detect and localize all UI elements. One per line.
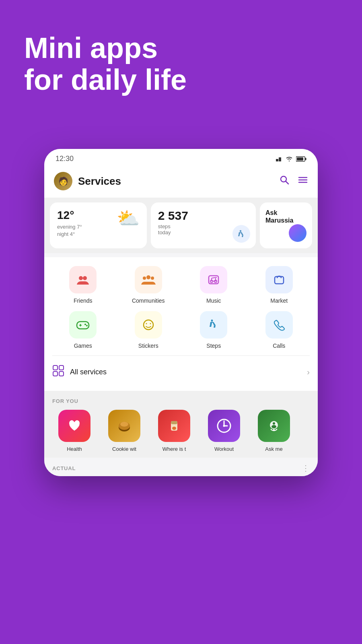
communities-icon <box>135 266 162 293</box>
where-icon <box>158 410 190 442</box>
cookie-icon <box>108 410 140 442</box>
svg-rect-3 <box>305 158 306 160</box>
service-friends[interactable]: Friends <box>52 266 114 304</box>
app-where[interactable]: Where is t <box>152 410 196 452</box>
svg-line-18 <box>213 281 217 281</box>
app-askme[interactable]: Ask me <box>252 410 296 452</box>
svg-point-12 <box>143 277 146 280</box>
svg-point-10 <box>79 276 83 280</box>
service-steps[interactable]: Steps <box>183 311 245 349</box>
svg-point-26 <box>84 324 86 325</box>
svg-point-29 <box>146 323 147 324</box>
svg-point-46 <box>273 429 275 431</box>
friends-icon <box>69 266 97 293</box>
status-time: 12:30 <box>56 155 74 163</box>
actual-dots-icon[interactable]: ⋮ <box>302 463 310 473</box>
svg-point-27 <box>86 325 88 326</box>
ask-label: Ask Marussia <box>265 209 306 224</box>
hero-title: Mini apps for daily life <box>24 32 338 96</box>
services-grid-row1: Friends Communities <box>52 266 310 304</box>
service-communities[interactable]: Communities <box>118 266 179 304</box>
communities-label: Communities <box>132 297 165 304</box>
calls-label: Calls <box>273 343 285 349</box>
all-services-left: All services <box>52 365 107 380</box>
askme-icon <box>258 410 290 442</box>
askme-label: Ask me <box>265 446 282 452</box>
weather-icon: ⛅ <box>117 207 140 229</box>
svg-point-30 <box>150 323 151 324</box>
stickers-icon <box>135 311 162 339</box>
app-header-right <box>279 175 308 188</box>
service-stickers[interactable]: Stickers <box>118 311 179 349</box>
wifi-icon <box>286 156 293 162</box>
menu-icon[interactable] <box>298 175 308 188</box>
hero-section: Mini apps for daily life <box>0 0 362 120</box>
health-label: Health <box>67 446 82 452</box>
svg-point-45 <box>272 425 276 428</box>
svg-rect-33 <box>53 372 58 376</box>
music-label: Music <box>206 297 221 304</box>
for-you-grid: Health Cookie wit <box>52 410 310 452</box>
actual-section: ACTUAL ⋮ <box>44 458 318 476</box>
svg-rect-4 <box>297 157 303 161</box>
avatar[interactable]: 🧑 <box>54 172 72 190</box>
svg-rect-15 <box>209 276 218 284</box>
stickers-label: Stickers <box>138 343 158 349</box>
svg-marker-0 <box>276 159 278 161</box>
svg-point-11 <box>83 276 87 280</box>
svg-rect-22 <box>275 277 284 284</box>
market-label: Market <box>270 297 288 304</box>
weather-temp: 12° <box>57 209 82 222</box>
friends-label: Friends <box>74 297 93 304</box>
ask-orb <box>289 224 306 242</box>
app-title: Services <box>78 175 121 188</box>
status-bar: 12:30 <box>44 149 318 166</box>
svg-line-6 <box>286 182 289 184</box>
svg-rect-34 <box>59 372 64 376</box>
calls-icon <box>265 311 293 339</box>
search-icon[interactable] <box>279 175 290 188</box>
svg-point-44 <box>273 422 275 425</box>
games-icon <box>69 311 97 339</box>
svg-line-21 <box>212 277 217 278</box>
service-music[interactable]: Music <box>183 266 245 304</box>
app-cookie[interactable]: Cookie wit <box>102 410 146 452</box>
steps-number: 2 537 <box>158 209 249 223</box>
svg-point-28 <box>144 320 153 330</box>
services-divider <box>52 355 310 356</box>
steps-widget[interactable]: 2 537 steps today <box>151 202 256 248</box>
signal-icon <box>276 156 282 162</box>
phone-mockup: 12:30 🧑 Services <box>44 149 318 476</box>
app-header-left: 🧑 Services <box>54 172 121 190</box>
svg-rect-39 <box>171 421 177 424</box>
for-you-section: FOR YOU Health <box>44 391 318 458</box>
service-games[interactable]: Games <box>52 311 114 349</box>
svg-marker-1 <box>279 157 281 161</box>
svg-point-42 <box>223 425 225 427</box>
svg-point-37 <box>120 422 128 427</box>
widgets-row: 12° evening 7° night 4° ⛅ 2 537 steps to… <box>44 198 318 253</box>
cookie-label: Cookie wit <box>112 446 136 452</box>
app-health[interactable]: Health <box>52 410 97 452</box>
svg-point-14 <box>151 277 154 280</box>
workout-icon <box>208 410 240 442</box>
service-calls[interactable]: Calls <box>249 311 310 349</box>
music-icon <box>200 266 227 293</box>
weather-widget[interactable]: 12° evening 7° night 4° ⛅ <box>50 202 147 248</box>
workout-label: Workout <box>214 446 234 452</box>
all-services-label: All services <box>70 368 107 376</box>
all-services-row[interactable]: All services › <box>52 362 310 382</box>
all-services-icon <box>52 365 64 380</box>
games-label: Games <box>74 343 92 349</box>
app-header: 🧑 Services <box>44 166 318 198</box>
ask-widget[interactable]: Ask Marussia <box>260 202 312 248</box>
service-market[interactable]: Market <box>249 266 310 304</box>
market-icon <box>265 266 293 293</box>
actual-label: ACTUAL <box>52 465 76 471</box>
health-icon <box>58 410 90 442</box>
steps-service-icon <box>200 311 227 339</box>
for-you-label: FOR YOU <box>52 398 310 404</box>
services-grid-row2: Games Stickers <box>52 311 310 349</box>
battery-icon <box>296 156 306 162</box>
app-workout[interactable]: Workout <box>202 410 246 452</box>
